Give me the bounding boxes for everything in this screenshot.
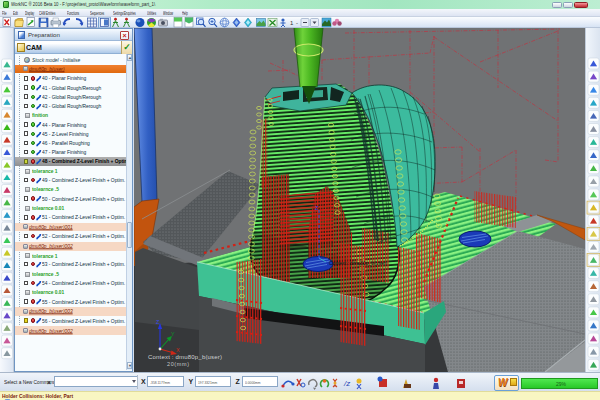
svg-text:-: - — [296, 20, 298, 26]
svg-text:1: 1 — [290, 20, 294, 26]
svg-text:Context : dmu80p_b(user): Context : dmu80p_b(user) — [148, 354, 222, 360]
svg-text:Context : dmu80p_b(user): Context : dmu80p_b(user) — [329, 260, 387, 266]
svg-text:/z: /z — [343, 379, 350, 388]
svg-text:Y: Y — [171, 331, 175, 337]
svg-text:X: X — [176, 347, 180, 353]
svg-text:20(mm): 20(mm) — [167, 361, 189, 367]
